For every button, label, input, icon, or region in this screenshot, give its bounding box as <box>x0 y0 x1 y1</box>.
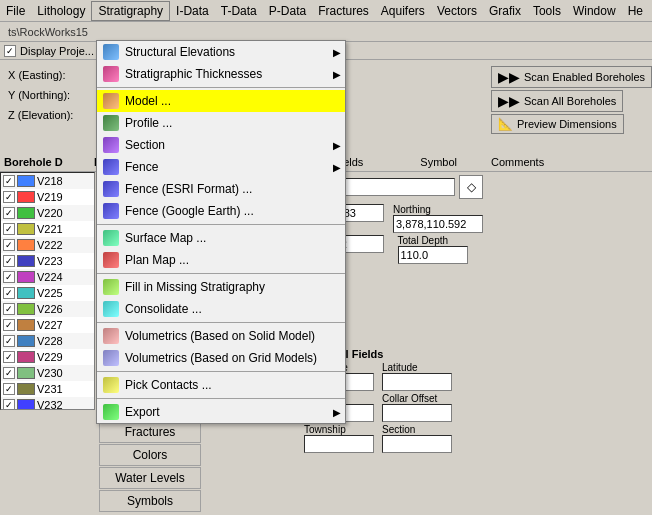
borehole-checkbox[interactable]: ✓ <box>3 287 15 299</box>
menu-profile[interactable]: Profile ... <box>97 112 345 134</box>
borehole-item[interactable]: ✓V230 <box>1 365 94 381</box>
borehole-item[interactable]: ✓V226 <box>1 301 94 317</box>
menu-file[interactable]: File <box>0 2 31 20</box>
nav-fractures[interactable]: Fractures <box>99 421 201 443</box>
menu-help[interactable]: He <box>622 2 649 20</box>
sep5 <box>97 371 345 372</box>
vol-grid-icon <box>103 350 119 366</box>
borehole-checkbox[interactable]: ✓ <box>3 335 15 347</box>
menu-lithology[interactable]: Lithology <box>31 2 91 20</box>
collar-offset-input[interactable] <box>382 404 452 422</box>
borehole-item[interactable]: ✓V232 <box>1 397 94 410</box>
fields-header: ields <box>341 156 417 168</box>
borehole-item[interactable]: ✓V229 <box>1 349 94 365</box>
menu-fence-google[interactable]: Fence (Google Earth) ... <box>97 200 345 222</box>
menu-vol-solid[interactable]: Volumetrics (Based on Solid Model) <box>97 325 345 347</box>
menu-fill-missing[interactable]: Fill in Missing Stratigraphy <box>97 276 345 298</box>
menu-idata[interactable]: I-Data <box>170 2 215 20</box>
y-label: Y (Northing): <box>8 89 93 101</box>
borehole-color-bar <box>17 255 35 267</box>
menu-stratigraphy[interactable]: Stratigraphy <box>91 1 170 21</box>
menu-consolidate[interactable]: Consolidate ... <box>97 298 345 320</box>
menu-aquifers[interactable]: Aquifers <box>375 2 431 20</box>
menu-fence-esri[interactable]: Fence (ESRI Format) ... <box>97 178 345 200</box>
northing-value-input[interactable] <box>393 215 483 233</box>
borehole-item[interactable]: ✓V228 <box>1 333 94 349</box>
section-label: Section <box>382 424 452 435</box>
nav-colors[interactable]: Colors <box>99 444 201 466</box>
menu-fractures[interactable]: Fractures <box>312 2 375 20</box>
menu-export[interactable]: Export ▶ <box>97 401 345 423</box>
strat-thicknesses-icon <box>103 66 119 82</box>
nav-water-levels[interactable]: Water Levels <box>99 467 201 489</box>
borehole-checkbox[interactable]: ✓ <box>3 239 15 251</box>
borehole-checkbox[interactable]: ✓ <box>3 271 15 283</box>
borehole-item[interactable]: ✓V220 <box>1 205 94 221</box>
menu-vol-grid[interactable]: Volumetrics (Based on Grid Models) <box>97 347 345 369</box>
borehole-item[interactable]: ✓V224 <box>1 269 94 285</box>
borehole-checkbox[interactable]: ✓ <box>3 383 15 395</box>
borehole-name: V221 <box>37 223 63 235</box>
sep4 <box>97 322 345 323</box>
menu-window[interactable]: Window <box>567 2 622 20</box>
borehole-checkbox[interactable]: ✓ <box>3 399 15 410</box>
fence-esri-label: Fence (ESRI Format) ... <box>125 182 252 196</box>
plan-map-icon <box>103 252 119 268</box>
borehole-item[interactable]: ✓V222 <box>1 237 94 253</box>
symbol-header: Symbol <box>420 156 457 168</box>
symbol-box[interactable]: ◇ <box>459 175 483 199</box>
borehole-item[interactable]: ✓V223 <box>1 253 94 269</box>
borehole-name: V229 <box>37 351 63 363</box>
menu-fence[interactable]: Fence ▶ <box>97 156 345 178</box>
scan-all-button[interactable]: ▶▶ Scan All Boreholes <box>491 90 623 112</box>
menu-model[interactable]: Model ... <box>97 90 345 112</box>
borehole-item[interactable]: ✓V221 <box>1 221 94 237</box>
menu-pdata[interactable]: P-Data <box>263 2 312 20</box>
vol-solid-icon <box>103 328 119 344</box>
sep6 <box>97 398 345 399</box>
borehole-item[interactable]: ✓V225 <box>1 285 94 301</box>
borehole-checkbox[interactable]: ✓ <box>3 223 15 235</box>
borehole-color-bar <box>17 191 35 203</box>
menu-section[interactable]: Section ▶ <box>97 134 345 156</box>
menu-strat-thicknesses[interactable]: Stratigraphic Thicknesses ▶ <box>97 63 345 85</box>
total-depth-input[interactable] <box>398 246 468 264</box>
borehole-item[interactable]: ✓V231 <box>1 381 94 397</box>
borehole-name: V230 <box>37 367 63 379</box>
borehole-checkbox[interactable]: ✓ <box>3 319 15 331</box>
menu-tools[interactable]: Tools <box>527 2 567 20</box>
strat-thicknesses-arrow: ▶ <box>333 69 341 80</box>
display-projects-checkbox[interactable]: ✓ <box>4 45 16 57</box>
borehole-list[interactable]: ✓V218✓V219✓V220✓V221✓V222✓V223✓V224✓V225… <box>0 172 95 410</box>
borehole-checkbox[interactable]: ✓ <box>3 367 15 379</box>
nav-symbols[interactable]: Symbols <box>99 490 201 512</box>
borehole-section-header: Borehole D <box>0 156 90 168</box>
preview-button[interactable]: 📐 Preview Dimensions <box>491 114 624 134</box>
menu-pick-contacts[interactable]: Pick Contacts ... <box>97 374 345 396</box>
preview-icon: 📐 <box>498 117 513 131</box>
borehole-checkbox[interactable]: ✓ <box>3 303 15 315</box>
borehole-checkbox[interactable]: ✓ <box>3 351 15 363</box>
menu-tdata[interactable]: T-Data <box>215 2 263 20</box>
borehole-item[interactable]: ✓V227 <box>1 317 94 333</box>
borehole-checkbox[interactable]: ✓ <box>3 207 15 219</box>
menu-plan-map[interactable]: Plan Map ... <box>97 249 345 271</box>
borehole-item[interactable]: ✓V219 <box>1 189 94 205</box>
menu-surface-map[interactable]: Surface Map ... <box>97 227 345 249</box>
borehole-color-bar <box>17 223 35 235</box>
borehole-checkbox[interactable]: ✓ <box>3 191 15 203</box>
borehole-checkbox[interactable]: ✓ <box>3 255 15 267</box>
scan-enabled-button[interactable]: ▶▶ Scan Enabled Boreholes <box>491 66 652 88</box>
borehole-checkbox[interactable]: ✓ <box>3 175 15 187</box>
borehole-item[interactable]: ✓V218 <box>1 173 94 189</box>
latitude-label: Latitude <box>382 362 452 373</box>
latitude-input[interactable] <box>382 373 452 391</box>
menu-vectors[interactable]: Vectors <box>431 2 483 20</box>
export-arrow: ▶ <box>333 407 341 418</box>
preview-label: Preview Dimensions <box>517 118 617 130</box>
menu-grafix[interactable]: Grafix <box>483 2 527 20</box>
menu-structural-elevations[interactable]: Structural Elevations ▶ <box>97 41 345 63</box>
section-input[interactable] <box>382 435 452 453</box>
consolidate-label: Consolidate ... <box>125 302 202 316</box>
township-input[interactable] <box>304 435 374 453</box>
